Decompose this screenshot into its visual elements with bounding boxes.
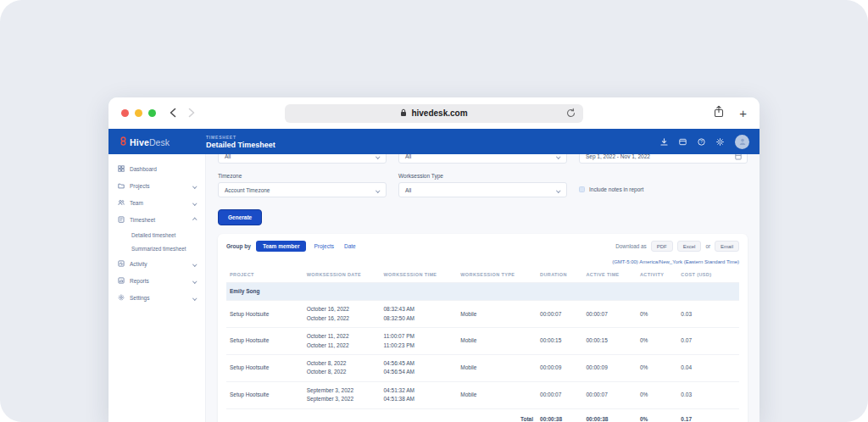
- hivedesk-logo-icon: [120, 134, 127, 149]
- cell-empty: [226, 408, 303, 422]
- sidebar-item-settings[interactable]: Settings: [108, 289, 205, 306]
- zoom-window-button[interactable]: [148, 109, 156, 117]
- back-icon[interactable]: [170, 106, 176, 121]
- group-by-tab-date[interactable]: Date: [342, 241, 359, 252]
- date-end: October 8, 2022: [307, 368, 377, 376]
- worksession-type-value: All: [405, 187, 411, 193]
- date-start: October 16, 2022: [307, 305, 377, 314]
- project-filter-select[interactable]: All: [218, 154, 387, 164]
- total-label: Total: [457, 408, 537, 422]
- total-duration: 00:00:38: [537, 408, 582, 422]
- brand-name-primary: Hive: [130, 137, 149, 147]
- chevron-down-icon: [193, 295, 197, 301]
- close-window-button[interactable]: [121, 109, 129, 117]
- cell-cost: 0.03: [677, 301, 739, 328]
- hivedesk-logo[interactable]: HiveDesk: [108, 134, 206, 149]
- include-notes-label: Include notes in report: [589, 186, 643, 192]
- sidebar-item-dashboard[interactable]: Dashboard: [108, 160, 205, 177]
- cell-worksession-time: 11:00:07 PM11:00:23 PM: [381, 328, 458, 355]
- group-by-tab-team-member[interactable]: Team member: [256, 241, 307, 252]
- page-title: Detailed Timesheet: [206, 141, 275, 149]
- table-row[interactable]: Setup HootsuiteOctober 8, 2022October 8,…: [226, 354, 739, 381]
- column-header: Activity: [637, 267, 677, 283]
- include-notes-checkbox[interactable]: [579, 186, 585, 192]
- cell-activity: 0%: [637, 328, 677, 355]
- chevron-down-icon: [556, 188, 560, 192]
- share-icon[interactable]: [714, 105, 724, 121]
- group-by-tab-projects[interactable]: Projects: [311, 241, 336, 252]
- sidebar-item-detailed-timesheet[interactable]: Detailed timesheet: [108, 228, 205, 242]
- total-activity: 0%: [637, 408, 677, 422]
- sidebar-item-label: Dashboard: [130, 166, 157, 172]
- team-icon: [118, 199, 125, 207]
- new-tab-icon[interactable]: +: [739, 107, 747, 119]
- results-card: Group by Team memberProjectsDate Downloa…: [218, 234, 748, 422]
- cell-active-time: 00:00:09: [582, 354, 637, 381]
- total-active-time: 00:00:38: [582, 408, 637, 422]
- group-header-label: Emily Song: [226, 283, 739, 301]
- column-header: Worksession Type: [457, 267, 537, 283]
- chevron-down-icon: [193, 183, 197, 189]
- table-row[interactable]: Setup HootsuiteOctober 11, 2022October 1…: [226, 328, 739, 355]
- settings-icon: [118, 294, 125, 302]
- card-icon[interactable]: [679, 134, 687, 149]
- table-row[interactable]: Setup HootsuiteSeptember 3, 2022Septembe…: [226, 381, 739, 408]
- chevron-up-icon: [193, 217, 197, 223]
- sidebar-item-activity[interactable]: Activity: [108, 255, 205, 272]
- forward-icon[interactable]: [188, 106, 195, 121]
- main-content: All All Sep 1, 2022 - Nov 1, 2022: [206, 154, 760, 422]
- total-cost: 0.17: [677, 408, 739, 422]
- download-icon[interactable]: [660, 134, 668, 149]
- timezone-select[interactable]: Account Timezone: [218, 182, 387, 197]
- sidebar-item-projects[interactable]: Projects: [108, 177, 205, 194]
- timezone-label: Timezone: [218, 173, 387, 179]
- avatar[interactable]: [735, 135, 749, 149]
- member-filter-select[interactable]: All: [398, 154, 567, 164]
- column-header: Project: [226, 267, 303, 283]
- sidebar-item-reports[interactable]: Reports: [108, 272, 205, 289]
- worksession-type-label: Worksession Type: [398, 173, 567, 179]
- help-icon[interactable]: ?: [698, 134, 705, 149]
- cell-duration: 00:00:07: [537, 301, 582, 328]
- browser-window: hivedesk.com + HiveDesk TIMESHE: [108, 97, 760, 422]
- address-bar[interactable]: hivedesk.com: [285, 104, 583, 123]
- generate-button[interactable]: Generate: [218, 209, 262, 225]
- cell-cost: 0.04: [677, 354, 739, 381]
- table-row[interactable]: Setup HootsuiteOctober 16, 2022October 1…: [226, 301, 739, 328]
- minimize-window-button[interactable]: [135, 109, 142, 117]
- date-range-input[interactable]: Sep 1, 2022 - Nov 1, 2022: [579, 154, 748, 164]
- cell-worksession-date: September 3, 2022September 3, 2022: [303, 381, 381, 408]
- cell-worksession-time: 08:32:43 AM08:32:50 AM: [381, 301, 458, 328]
- url-text: hivedesk.com: [411, 108, 467, 118]
- brand-name-secondary: Desk: [149, 137, 170, 147]
- date-end: September 3, 2022: [307, 395, 377, 403]
- cell-worksession-type: Mobile: [457, 301, 537, 328]
- column-header: Active Time: [582, 267, 637, 283]
- time-end: 04:56:54 AM: [384, 368, 454, 376]
- cell-worksession-date: October 8, 2022October 8, 2022: [303, 354, 381, 381]
- cell-cost: 0.07: [677, 328, 739, 355]
- sidebar-item-team[interactable]: Team: [108, 194, 205, 211]
- email-button[interactable]: Email: [715, 241, 739, 252]
- timesheet-icon: [118, 216, 125, 224]
- reload-icon[interactable]: [565, 108, 576, 120]
- chevron-down-icon: [556, 154, 560, 158]
- download-pdf-button[interactable]: PDF: [651, 241, 673, 252]
- cell-worksession-type: Mobile: [457, 328, 537, 355]
- group-by-label: Group by: [226, 243, 251, 249]
- sidebar-item-summarized-timesheet[interactable]: Summarized timesheet: [108, 242, 205, 255]
- cell-project: Setup Hootsuite: [226, 328, 303, 355]
- download-excel-button[interactable]: Excel: [677, 241, 702, 252]
- sidebar-item-label: Projects: [130, 183, 149, 189]
- browser-chrome: hivedesk.com +: [108, 97, 760, 129]
- download-as-label: Download as: [615, 243, 646, 249]
- chevron-down-icon: [376, 154, 380, 158]
- date-start: October 8, 2022: [307, 359, 377, 368]
- gear-icon[interactable]: [716, 134, 724, 149]
- date-end: October 11, 2022: [307, 341, 377, 350]
- time-end: 08:32:50 AM: [384, 314, 454, 323]
- activity-icon: [118, 260, 125, 268]
- sidebar-item-timesheet[interactable]: Timesheet: [108, 211, 205, 228]
- worksession-type-select[interactable]: All: [398, 182, 567, 197]
- timezone-value: Account Timezone: [225, 187, 270, 193]
